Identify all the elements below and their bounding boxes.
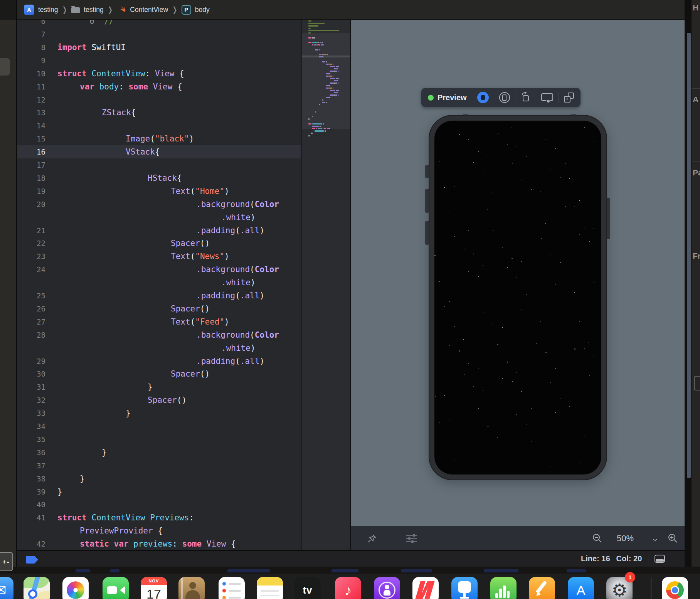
chevron-down-icon[interactable]: ⌄ <box>651 526 659 550</box>
code-line[interactable]: 35 <box>16 433 301 446</box>
zoom-in-icon[interactable] <box>667 526 678 550</box>
code-line[interactable]: .white) <box>16 342 301 355</box>
line-number[interactable]: 12 <box>16 93 45 106</box>
dock-item-maps[interactable] <box>24 577 50 599</box>
code-line[interactable]: 34 <box>16 420 301 433</box>
line-number[interactable]: 33 <box>16 407 45 420</box>
code-line[interactable]: 7 <box>16 28 301 41</box>
code-line[interactable]: 38} <box>16 472 301 485</box>
zoom-level[interactable]: 50% <box>617 526 634 550</box>
dock-item-reminders[interactable] <box>219 577 245 599</box>
code-line[interactable]: 14 <box>16 119 301 132</box>
code-line[interactable]: 20.background(Color <box>16 198 301 211</box>
line-number[interactable]: 22 <box>16 237 45 250</box>
code-line[interactable]: 8import SwiftUI <box>16 41 301 54</box>
line-number[interactable]: 28 <box>16 328 45 342</box>
code-line[interactable]: .white) <box>16 276 301 289</box>
code-line[interactable]: 26Spacer() <box>16 302 301 315</box>
line-number[interactable]: 41 <box>16 511 45 524</box>
dock-item-facetime[interactable] <box>103 577 129 599</box>
line-number[interactable]: 24 <box>16 263 45 276</box>
code-line[interactable]: 36} <box>16 446 301 459</box>
device-bezel-icon[interactable] <box>499 92 510 103</box>
breadcrumb-item[interactable]: testing <box>84 6 104 14</box>
zoom-out-icon[interactable] <box>591 526 603 550</box>
code-line[interactable]: 6 0 // <box>16 20 301 28</box>
preview-device-screen[interactable] <box>434 121 601 474</box>
code-line[interactable]: 28.background(Color <box>16 328 301 342</box>
line-number[interactable]: 15 <box>16 132 45 145</box>
line-number[interactable]: 21 <box>16 224 45 237</box>
line-number[interactable]: 37 <box>16 459 45 472</box>
dock-item-contacts[interactable] <box>178 577 205 599</box>
dock-item-appstore[interactable]: A <box>568 577 594 599</box>
preview-settings-icon[interactable] <box>405 526 419 550</box>
line-number[interactable]: 26 <box>16 302 45 315</box>
line-number[interactable]: 23 <box>16 250 45 263</box>
code-line[interactable]: .white) <box>16 211 301 224</box>
line-number[interactable]: 20 <box>16 198 45 211</box>
display-icon[interactable] <box>541 93 554 103</box>
breakpoint-badge[interactable] <box>26 556 38 564</box>
dock-item-photos[interactable] <box>62 577 89 599</box>
code-line[interactable]: 17 <box>16 158 301 172</box>
line-number[interactable]: 40 <box>16 498 45 511</box>
code-line[interactable]: 18HStack{ <box>16 172 301 185</box>
line-number[interactable]: 11 <box>16 80 45 93</box>
code-line[interactable]: 15Image("black") <box>16 132 301 145</box>
dock-item-keynote[interactable] <box>451 577 478 599</box>
dock-item-chrome[interactable] <box>662 577 688 599</box>
code-line[interactable]: 9 <box>16 54 301 67</box>
code-line[interactable]: 24.background(Color <box>16 263 301 276</box>
line-number[interactable]: 30 <box>16 367 45 380</box>
line-number[interactable]: 14 <box>16 119 45 132</box>
dock-item-numbers[interactable] <box>490 577 517 599</box>
dock-item-pages[interactable] <box>529 577 555 599</box>
line-number[interactable]: 9 <box>16 54 45 67</box>
code-line[interactable]: 39} <box>16 485 301 498</box>
code-line[interactable]: 16VStack{ <box>16 145 301 158</box>
minimap[interactable] <box>302 20 350 550</box>
line-number[interactable]: 27 <box>16 315 45 328</box>
dock-item-mail[interactable]: ✉ <box>0 577 13 599</box>
editor-layout-icon[interactable] <box>655 555 665 563</box>
line-number[interactable]: 25 <box>16 289 45 302</box>
line-number[interactable]: 32 <box>16 394 45 407</box>
app-icon[interactable]: A <box>24 5 34 15</box>
line-number[interactable]: 6 <box>16 20 45 28</box>
code-line[interactable]: 40 <box>16 498 301 511</box>
code-line[interactable]: 32Spacer() <box>16 394 301 407</box>
code-line[interactable]: 25.padding(.all) <box>16 289 301 302</box>
code-line[interactable]: 10struct ContentView: View { <box>16 67 301 80</box>
line-number[interactable]: 39 <box>16 485 45 498</box>
code-line[interactable]: 37 <box>16 459 301 472</box>
code-line[interactable]: 41struct ContentView_Previews: <box>16 511 301 524</box>
code-editor[interactable]: 6 0 //78import SwiftUI910struct ContentV… <box>16 20 301 550</box>
code-line[interactable]: 23Text("News") <box>16 250 301 263</box>
variables-add-remove-button[interactable]: +- <box>0 552 13 571</box>
code-line[interactable]: 22Spacer() <box>16 237 301 250</box>
dock-item-appletv[interactable]: tv <box>294 577 321 599</box>
line-number[interactable]: 10 <box>16 67 45 80</box>
dock-item-news[interactable] <box>412 577 439 599</box>
line-number[interactable]: 36 <box>16 446 45 459</box>
line-number[interactable]: 31 <box>16 380 45 394</box>
code-line[interactable]: 29.padding(.all) <box>16 355 301 368</box>
dock-item-music[interactable]: ♪ <box>335 577 361 599</box>
line-number[interactable]: 16 <box>16 145 45 158</box>
line-number[interactable]: 8 <box>16 41 45 54</box>
code-line[interactable]: 30Spacer() <box>16 367 301 380</box>
code-line[interactable]: 33} <box>16 407 301 420</box>
code-line[interactable]: PreviewProvider { <box>16 524 301 537</box>
line-number[interactable]: 42 <box>16 537 45 550</box>
breadcrumb-item[interactable]: testing <box>38 6 58 14</box>
dock-item-podcasts[interactable] <box>374 577 400 599</box>
code-line[interactable]: 27Text("Feed") <box>16 315 301 328</box>
code-line[interactable]: 19Text("Home") <box>16 185 301 198</box>
line-number[interactable]: 13 <box>16 106 45 119</box>
dock-item-notes[interactable] <box>257 577 283 599</box>
add-preview-icon[interactable]: + <box>564 93 574 103</box>
breadcrumb-item[interactable]: body <box>195 6 210 14</box>
code-line[interactable]: 31} <box>16 380 301 394</box>
rotate-icon[interactable] <box>520 92 531 104</box>
